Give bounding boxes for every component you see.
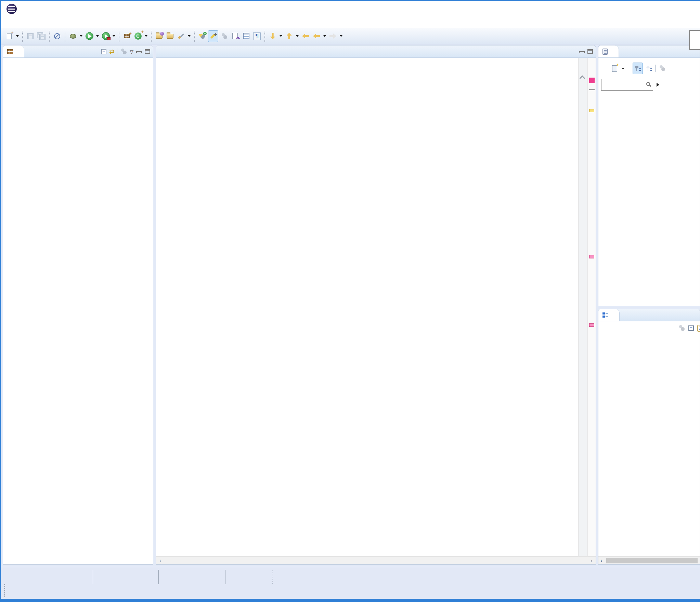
toolbar-separator <box>629 65 629 72</box>
task-list-toolbar <box>598 58 700 76</box>
sort-button[interactable]: J <box>697 325 700 332</box>
run-last-menu-caret[interactable] <box>113 35 115 37</box>
run-icon <box>86 32 93 40</box>
collapse-all-button[interactable] <box>101 49 106 54</box>
package-explorer-tab[interactable] <box>3 45 24 57</box>
debug-button[interactable] <box>68 30 78 42</box>
debug-menu-caret[interactable] <box>80 35 82 37</box>
brush-icon <box>178 33 184 40</box>
scroll-left-icon[interactable]: ‹ <box>600 558 602 564</box>
save-button[interactable] <box>25 30 36 42</box>
open-type-icon <box>156 34 163 39</box>
overview-ruler[interactable] <box>587 58 596 556</box>
window-border-left <box>0 0 1 602</box>
run-last-button[interactable] <box>101 30 111 42</box>
focus-task-icon[interactable] <box>659 65 665 72</box>
forward-menu-caret[interactable] <box>340 35 342 37</box>
open-resource-button[interactable] <box>165 30 175 42</box>
outline-icon <box>602 312 608 318</box>
collapse-all-button[interactable] <box>688 325 694 331</box>
new-task-button[interactable] <box>612 65 617 72</box>
back-menu-caret[interactable] <box>323 35 326 37</box>
person-icon <box>221 33 228 40</box>
eclipse-logo-icon <box>7 4 17 14</box>
scheduled-view-button[interactable] <box>646 66 652 71</box>
expand-filter-icon[interactable] <box>657 83 659 87</box>
new-task-caret[interactable] <box>622 68 624 69</box>
trim-drag-handle[interactable] <box>271 570 273 584</box>
maximize-button[interactable] <box>587 49 593 54</box>
run-button[interactable] <box>84 30 94 42</box>
show-selected-element-button[interactable] <box>241 30 251 42</box>
scroll-up-icon[interactable] <box>580 76 585 81</box>
new-java-project-button[interactable] <box>122 30 132 42</box>
run-menu-caret[interactable] <box>96 35 99 37</box>
focus-task-icon[interactable] <box>120 48 127 55</box>
quick-access-box[interactable] <box>689 30 700 50</box>
error-marker[interactable] <box>589 255 594 258</box>
external-tools-menu-caret[interactable] <box>188 35 191 37</box>
focus-task-icon[interactable] <box>678 325 685 332</box>
outline-horizontal-scrollbar[interactable]: ‹ <box>598 556 700 564</box>
editor-tab-strip <box>156 45 596 58</box>
link-with-editor-button[interactable]: ⇄ <box>109 48 114 55</box>
back-button[interactable] <box>311 30 322 42</box>
code-area[interactable] <box>156 58 578 556</box>
task-list-tab[interactable] <box>598 45 619 57</box>
toolbar-separator <box>194 31 195 42</box>
scrollbar-thumb[interactable] <box>606 558 698 563</box>
search-icon: + <box>198 32 206 40</box>
previous-annotation-button[interactable] <box>284 30 294 42</box>
next-annotation-caret[interactable] <box>280 35 282 37</box>
trim-drag-handle[interactable] <box>4 584 5 597</box>
last-edit-location-button[interactable] <box>300 30 311 42</box>
scroll-left-icon[interactable]: ‹ <box>159 558 161 564</box>
show-whitespace-button[interactable]: ¶ <box>252 30 262 42</box>
new-menu-caret[interactable] <box>16 35 19 37</box>
outline-tab[interactable] <box>598 309 620 321</box>
search-icon <box>646 82 650 86</box>
find-input[interactable] <box>601 79 653 91</box>
overview-divider <box>589 89 595 90</box>
new-file-icon <box>7 33 12 39</box>
view-menu-button[interactable]: ▽ <box>130 49 133 54</box>
previous-annotation-icon <box>287 33 292 39</box>
outline-toolbar: J <box>598 321 700 334</box>
categorized-view-button[interactable] <box>633 63 643 74</box>
warning-marker[interactable] <box>589 109 594 112</box>
save-all-button[interactable] <box>36 30 47 42</box>
search-button[interactable]: + <box>197 30 207 42</box>
external-tools-button[interactable] <box>176 30 186 42</box>
toolbar-separator <box>655 65 656 72</box>
minimize-button[interactable] <box>136 51 142 53</box>
editor-tabbar <box>156 45 579 57</box>
error-marker[interactable] <box>589 323 594 327</box>
forward-button[interactable] <box>328 30 338 42</box>
toolbar-separator <box>151 31 152 42</box>
horizontal-scrollbar[interactable]: ‹› <box>156 556 596 564</box>
vertical-scrollbar[interactable] <box>578 58 587 556</box>
status-separator <box>158 570 159 584</box>
status-separator <box>93 570 93 584</box>
skip-breakpoints-button[interactable] <box>52 30 62 42</box>
open-type-button[interactable] <box>154 30 164 42</box>
minimize-button[interactable] <box>579 51 585 53</box>
maximize-button[interactable] <box>145 49 150 54</box>
package-explorer-header: ⇄ ▽ <box>3 45 153 58</box>
toolbar-separator <box>22 31 23 42</box>
new-class-menu-caret[interactable] <box>145 35 147 37</box>
editor-panel: ‹› <box>156 45 596 565</box>
next-annotation-button[interactable] <box>268 30 278 42</box>
open-resource-icon <box>167 34 173 39</box>
package-explorer-panel: ⇄ ▽ <box>3 45 153 565</box>
scroll-right-icon[interactable]: › <box>591 558 592 564</box>
new-class-button[interactable]: C <box>133 30 143 42</box>
mark-occurrences-toggle[interactable] <box>208 30 218 42</box>
task-list-find-row <box>598 76 700 91</box>
show-last-edit-button[interactable] <box>230 30 240 42</box>
next-annotation-icon <box>270 33 275 39</box>
run-last-icon <box>102 32 110 40</box>
collaboration-button[interactable] <box>219 30 229 42</box>
new-wizard-button[interactable] <box>4 30 14 42</box>
previous-annotation-caret[interactable] <box>296 35 299 37</box>
